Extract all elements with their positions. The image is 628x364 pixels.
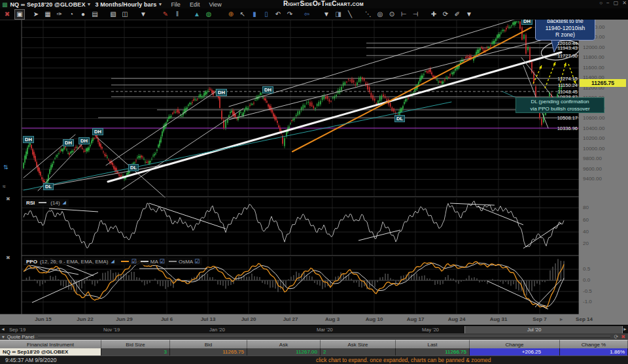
timeframe-button[interactable]: 3 Months/Hourly bars	[95, 1, 156, 8]
insert-column-alt-icon[interactable]: ▯	[262, 10, 271, 19]
pie-tool-icon[interactable]: ◔	[67, 10, 76, 19]
more-dropdown-icon[interactable]: ▼	[464, 10, 474, 19]
legend-checkbox[interactable]: ☑	[160, 258, 165, 265]
rsi-axis-label: 80	[583, 205, 589, 210]
drawing-toolbar: ✖▣➤▦✑◔●▤▧◫▼✎‖▲◍⊕↖▮▯↶↷⇦▼◨╲⋱◎⊙⊢⊣✚⟳✐▼	[0, 8, 628, 20]
time-axis-label: Jun 22	[77, 316, 93, 322]
quote-cell: 2	[321, 348, 396, 356]
price-level-tag: 11150.24	[558, 82, 578, 88]
rsi-axis-label: 40	[583, 229, 589, 235]
menu-file[interactable]: File	[171, 1, 181, 8]
redo-icon[interactable]: ↷	[285, 10, 294, 19]
trendline-tool-icon[interactable]: ╲	[345, 10, 355, 19]
time-axis-label: Jul 13	[201, 316, 216, 322]
scroll-right-button[interactable]: ►	[622, 325, 628, 333]
wave-tool-icon[interactable]: ≈	[3, 184, 5, 190]
ppo-close-icon[interactable]: ✖	[6, 255, 10, 261]
time-scrollbar[interactable]: ◄ ► Sep '19Nov '19Jan '20Mar '20May '20J…	[0, 325, 628, 334]
legend-swatch	[121, 261, 129, 262]
timeframe-dropdown-icon[interactable]: ▼	[158, 2, 162, 7]
center-view-icon[interactable]: ✚	[429, 10, 438, 19]
globe-icon[interactable]: ◍	[204, 10, 213, 19]
tile-windows-icon[interactable]: ◫	[120, 10, 130, 19]
price-axis[interactable]: 12400.0012200.0012000.0011800.0011600.00…	[579, 20, 628, 314]
extend-right-icon[interactable]: ⊣	[411, 10, 420, 19]
zoom-in-icon[interactable]: ◎	[375, 10, 385, 19]
scrollbar-range-label: Sep '19	[9, 327, 26, 333]
annotate-icon[interactable]: ✎	[161, 10, 170, 19]
ppo-header: PPO (12, 26, 9 - EMA, EMA, EMA) ◢ ☑MA☑Os…	[24, 257, 202, 265]
scrollbar-range-label: Nov '19	[103, 327, 120, 333]
time-axis-label: Jun 29	[116, 316, 132, 322]
time-axis-label: Sep 7	[532, 316, 546, 322]
window-controls: ○−▢✕	[599, 0, 627, 6]
target-icon[interactable]: ⊕	[226, 10, 236, 19]
refresh-icon[interactable]: ⟳	[614, 334, 619, 340]
circle-tool-icon[interactable]: ●	[78, 10, 88, 19]
layout-dropdown-icon[interactable]: ▼	[139, 10, 148, 19]
undo-icon[interactable]: ↶	[273, 10, 283, 19]
symbol-button[interactable]: NQ ∞ Sep18'20 @GLOBEX	[10, 1, 86, 8]
price-level-tag: 10508.17	[557, 115, 578, 121]
quote-column-header: Ask Size	[321, 340, 396, 348]
rsi-line-swatch	[39, 202, 46, 203]
time-axis-label: Aug 10	[366, 316, 383, 322]
grid-layout-icon[interactable]: ▦	[43, 10, 52, 19]
quote-column-header: Bid Size	[101, 340, 170, 348]
indicator-menu-icon[interactable]: ◢	[111, 259, 114, 264]
symbol-dropdown-icon[interactable]: ▼	[86, 2, 91, 7]
status-bar: 9:45:37 AM 9/9/2020 click chart to expan…	[0, 356, 628, 364]
legend-swatch	[169, 261, 177, 262]
back-icon[interactable]: ⇦	[302, 10, 311, 19]
minimize-button[interactable]: −	[606, 0, 610, 6]
quote-cell: 3	[101, 348, 170, 356]
scroll-left-button[interactable]: ◄	[0, 325, 6, 333]
stamp-tool-icon[interactable]: ✑	[55, 10, 64, 19]
ppo-label: PPO	[26, 259, 37, 265]
price-scale-tool-icon[interactable]: ⇅	[3, 164, 9, 171]
site-logo: RightSideOfTheChart.com	[283, 0, 364, 7]
rsi-close-icon[interactable]: ✖	[6, 196, 10, 202]
indicator-menu-icon[interactable]: ◢	[63, 200, 66, 205]
rsi-label: RSI	[26, 200, 35, 206]
legend-checkbox[interactable]: ☑	[194, 258, 200, 265]
menu-view[interactable]: View	[209, 1, 221, 8]
quote-column-header: Change	[470, 340, 560, 348]
time-axis-label: Sep 14	[576, 316, 593, 322]
dh-marker: DH	[216, 89, 227, 96]
filter-dropdown-icon[interactable]: ▼	[322, 10, 331, 19]
volume-bars-icon[interactable]: ‖	[173, 10, 182, 19]
close-chart-icon[interactable]: ✖	[3, 10, 12, 19]
time-axis-label: Aug 31	[490, 316, 508, 322]
rsi-header: RSI (14) ◢	[24, 199, 69, 207]
legend-checkbox[interactable]: ☑	[131, 258, 137, 265]
marquee-select-icon[interactable]: ▣	[14, 9, 25, 20]
chart-canvas[interactable]	[0, 0, 628, 364]
tools-icon[interactable]: ✐	[453, 10, 462, 19]
quote-panel-close-icon[interactable]: ✖	[621, 334, 625, 340]
insert-column-icon[interactable]: ▮	[250, 10, 259, 19]
current-bar-marker-icon: ▸	[560, 316, 563, 322]
quote-panel-header: ▾ Quote Panel ⟳ ✖	[0, 333, 628, 340]
image-tool-icon[interactable]: ▤	[90, 10, 99, 19]
pyramid-icon[interactable]: ▲	[192, 10, 201, 19]
multi-trendline-icon[interactable]: ⋱	[364, 10, 373, 19]
pointer-tool-icon[interactable]: ➤	[31, 10, 41, 19]
pin-icon[interactable]: ○	[599, 0, 602, 6]
zoom-out-icon[interactable]: ⊙	[387, 10, 396, 19]
dl-confirmation-note[interactable]: DL (pending confirmationvia PPO bullish …	[515, 97, 604, 113]
close-button[interactable]: ✕	[622, 0, 627, 6]
ppo-axis-label: 0.0	[583, 277, 590, 283]
crosshair-pointer-icon[interactable]: ↖	[238, 10, 247, 19]
time-axis-label: Aug 24	[448, 316, 466, 322]
maximize-button[interactable]: ▢	[614, 0, 619, 6]
panel-icon[interactable]: ◨	[334, 10, 343, 19]
quote-panel-collapse-icon[interactable]: ▾	[2, 334, 5, 340]
menu-edit[interactable]: Edit	[190, 1, 200, 8]
snapshot-icon[interactable]: ▧	[109, 10, 118, 19]
scrollbar-thumb[interactable]	[464, 326, 623, 333]
extend-left-icon[interactable]: ⊢	[399, 10, 408, 19]
scrollbar-range-label: Mar '20	[317, 327, 333, 333]
time-axis[interactable]: ▸ Jun 15Jun 22Jun 29Jul 6Jul 13Jul 20Jul…	[0, 314, 628, 325]
rotate-icon[interactable]: ⟳	[441, 10, 450, 19]
